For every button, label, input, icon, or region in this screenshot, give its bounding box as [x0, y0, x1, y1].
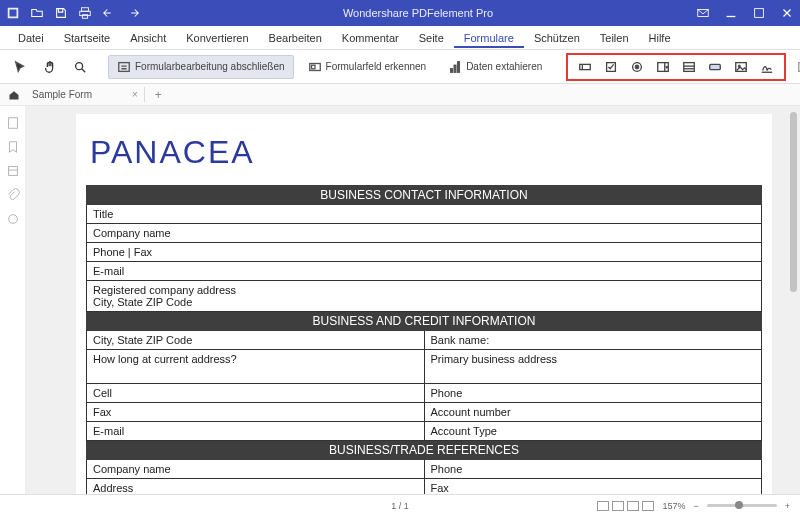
svg-line-9 [82, 68, 86, 72]
document-tabs: Sample Form × + [0, 84, 800, 106]
field-howlong: How long at current address? [87, 350, 425, 384]
app-logo-icon [6, 6, 20, 20]
work-area: PANACEA BUSINESS CONTACT INFORMATION Tit… [0, 106, 800, 494]
svg-rect-13 [451, 68, 453, 72]
tab-close-icon[interactable]: × [132, 89, 138, 100]
undo-icon[interactable] [102, 6, 116, 20]
menu-kommentar[interactable]: Kommentar [332, 28, 409, 48]
menu-schuetzen[interactable]: Schützen [524, 28, 590, 48]
app-title: Wondershare PDFelement Pro [140, 7, 696, 19]
select-tool-icon[interactable] [8, 57, 32, 77]
menu-teilen[interactable]: Teilen [590, 28, 639, 48]
zoom-level[interactable]: 157% [662, 501, 685, 511]
field-bizaddr: Primary business address [424, 350, 762, 384]
form-table: BUSINESS CONTACT INFORMATION Title Compa… [86, 185, 762, 494]
zoom-in-icon[interactable]: + [785, 501, 790, 511]
close-form-label: Formularbearbeitung abschließen [135, 61, 285, 72]
combobox-field-icon[interactable] [650, 57, 676, 77]
home-icon[interactable] [8, 89, 20, 101]
view-mode-icons[interactable] [597, 501, 654, 511]
checkbox-field-icon[interactable] [598, 57, 624, 77]
zoom-out-icon[interactable]: − [693, 501, 698, 511]
mail-icon[interactable] [696, 6, 710, 20]
zoom-tool-icon[interactable] [68, 57, 92, 77]
bookmarks-icon[interactable] [6, 140, 20, 154]
menu-seite[interactable]: Seite [409, 28, 454, 48]
menu-bearbeiten[interactable]: Bearbeiten [259, 28, 332, 48]
close-icon[interactable] [780, 6, 794, 20]
hand-tool-icon[interactable] [38, 57, 62, 77]
svg-point-45 [8, 215, 17, 224]
print-icon[interactable] [78, 6, 92, 20]
menu-startseite[interactable]: Startseite [54, 28, 120, 48]
form-properties-icon[interactable] [792, 57, 800, 77]
zoom-slider[interactable] [707, 504, 777, 507]
svg-rect-15 [458, 61, 460, 72]
attachments-icon[interactable] [6, 188, 20, 202]
maximize-icon[interactable] [752, 6, 766, 20]
signature-field-icon[interactable] [754, 57, 780, 77]
doc-tab-label: Sample Form [32, 89, 92, 100]
field-cell: Cell [87, 384, 425, 403]
radio-field-icon[interactable] [624, 57, 650, 77]
field-phone-fax: Phone | Fax [87, 243, 762, 262]
listbox-field-icon[interactable] [676, 57, 702, 77]
doc-tab-0[interactable]: Sample Form × [26, 87, 145, 102]
redo-icon[interactable] [126, 6, 140, 20]
extract-data-label: Daten extahieren [466, 61, 542, 72]
extract-data-button[interactable]: Daten extahieren [440, 56, 550, 78]
menu-datei[interactable]: Datei [8, 28, 54, 48]
document-canvas[interactable]: PANACEA BUSINESS CONTACT INFORMATION Tit… [26, 106, 800, 494]
svg-rect-14 [454, 65, 456, 72]
svg-rect-1 [10, 10, 17, 17]
thumbnails-icon[interactable] [6, 116, 20, 130]
menu-ansicht[interactable]: Ansicht [120, 28, 176, 48]
page-indicator[interactable]: 1 / 1 [391, 501, 409, 511]
detect-form-label: Formularfeld erkennen [326, 61, 427, 72]
field-fax: Fax [87, 403, 425, 422]
field-refphone: Phone [424, 460, 762, 479]
svg-rect-23 [684, 62, 695, 71]
detect-form-field-button[interactable]: Formularfeld erkennen [300, 56, 435, 78]
menu-konvertieren[interactable]: Konvertieren [176, 28, 258, 48]
toolbar: Formularbearbeitung abschließen Formular… [0, 50, 800, 84]
section1-header: BUSINESS CONTACT INFORMATION [87, 186, 762, 205]
vertical-scrollbar[interactable] [790, 112, 797, 292]
new-tab-icon[interactable]: + [151, 88, 166, 102]
svg-rect-12 [311, 65, 315, 69]
field-reffax: Fax [424, 479, 762, 495]
minimize-icon[interactable] [724, 6, 738, 20]
field-accttype: Account Type [424, 422, 762, 441]
close-form-editing-button[interactable]: Formularbearbeitung abschließen [108, 55, 294, 79]
document-logo: PANACEA [90, 134, 762, 171]
title-bar: Wondershare PDFelement Pro [0, 0, 800, 26]
field-phone2: Phone [424, 384, 762, 403]
svg-rect-10 [119, 62, 130, 71]
save-icon[interactable] [54, 6, 68, 20]
menu-bar: Datei Startseite Ansicht Konvertieren Be… [0, 26, 800, 50]
text-field-icon[interactable] [572, 57, 598, 77]
svg-rect-16 [580, 64, 591, 69]
svg-rect-7 [755, 9, 764, 18]
comments-icon[interactable] [6, 212, 20, 226]
field-address: Registered company addressCity, State ZI… [87, 281, 762, 312]
form-tools-highlight [566, 53, 786, 81]
section3-header: BUSINESS/TRADE REFERENCES [87, 441, 762, 460]
button-field-icon[interactable] [702, 57, 728, 77]
field-company: Company name [87, 224, 762, 243]
field-email: E-mail [87, 262, 762, 281]
svg-point-20 [636, 65, 640, 69]
menu-hilfe[interactable]: Hilfe [639, 28, 681, 48]
field-title: Title [87, 205, 762, 224]
search-side-icon[interactable] [6, 164, 20, 178]
field-refcompany: Company name [87, 460, 425, 479]
image-field-icon[interactable] [728, 57, 754, 77]
svg-rect-2 [82, 8, 89, 12]
svg-rect-42 [8, 118, 17, 129]
open-icon[interactable] [30, 6, 44, 20]
side-tool-rail [0, 106, 26, 494]
svg-rect-43 [8, 167, 17, 176]
field-city: City, State ZIP Code [87, 331, 425, 350]
menu-formulare[interactable]: Formulare [454, 28, 524, 48]
field-email2: E-mail [87, 422, 425, 441]
